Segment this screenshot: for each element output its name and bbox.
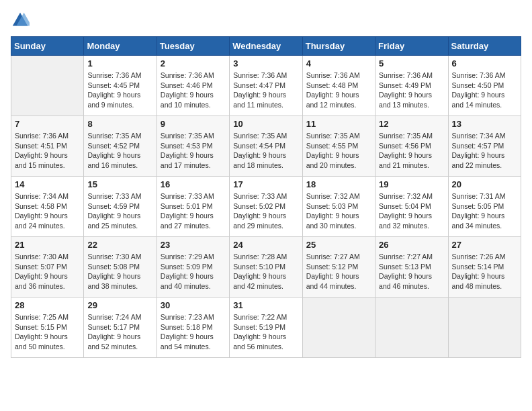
day-number: 8 (87, 119, 152, 129)
calendar-day-cell: 2Sunrise: 7:36 AMSunset: 4:46 PMDaylight… (157, 56, 229, 116)
day-detail: Sunrise: 7:26 AMSunset: 5:14 PMDaylight:… (452, 252, 517, 291)
day-detail: Sunrise: 7:33 AMSunset: 4:59 PMDaylight:… (87, 191, 152, 231)
day-number: 30 (161, 300, 226, 310)
calendar-day-cell: 29Sunrise: 7:24 AMSunset: 5:17 PMDayligh… (84, 298, 157, 358)
calendar-day-cell: 8Sunrise: 7:35 AMSunset: 4:52 PMDaylight… (84, 116, 157, 177)
logo-icon (11, 11, 30, 30)
day-number: 31 (233, 300, 298, 310)
calendar-day-cell: 6Sunrise: 7:36 AMSunset: 4:50 PMDaylight… (448, 56, 521, 116)
day-detail: Sunrise: 7:34 AMSunset: 4:57 PMDaylight:… (452, 131, 517, 171)
day-detail: Sunrise: 7:32 AMSunset: 5:04 PMDaylight:… (379, 191, 444, 231)
day-detail: Sunrise: 7:36 AMSunset: 4:50 PMDaylight:… (452, 71, 517, 110)
calendar-table: SundayMondayTuesdayWednesdayThursdayFrid… (11, 36, 521, 358)
day-detail: Sunrise: 7:36 AMSunset: 4:48 PMDaylight:… (306, 71, 371, 110)
weekday-header-cell: Tuesday (157, 37, 229, 56)
day-detail: Sunrise: 7:25 AMSunset: 5:15 PMDaylight:… (15, 312, 80, 352)
calendar-week-row: 21Sunrise: 7:30 AMSunset: 5:07 PMDayligh… (11, 237, 521, 298)
day-number: 24 (233, 240, 298, 250)
day-number: 1 (87, 58, 152, 68)
calendar-day-cell: 28Sunrise: 7:25 AMSunset: 5:15 PMDayligh… (11, 298, 84, 358)
day-number: 20 (452, 179, 517, 189)
day-detail: Sunrise: 7:30 AMSunset: 5:07 PMDaylight:… (15, 252, 80, 291)
calendar-week-row: 14Sunrise: 7:34 AMSunset: 4:58 PMDayligh… (11, 177, 521, 237)
day-number: 10 (233, 119, 298, 129)
calendar-day-cell: 3Sunrise: 7:36 AMSunset: 4:47 PMDaylight… (230, 56, 302, 116)
calendar-day-cell (302, 298, 375, 358)
day-number: 7 (15, 119, 80, 129)
calendar-day-cell: 7Sunrise: 7:36 AMSunset: 4:51 PMDaylight… (11, 116, 84, 177)
day-number: 29 (87, 300, 152, 310)
day-detail: Sunrise: 7:29 AMSunset: 5:09 PMDaylight:… (161, 252, 226, 291)
day-number: 6 (452, 58, 517, 68)
day-number: 15 (87, 179, 152, 189)
day-detail: Sunrise: 7:27 AMSunset: 5:12 PMDaylight:… (306, 252, 371, 291)
calendar-day-cell: 19Sunrise: 7:32 AMSunset: 5:04 PMDayligh… (375, 177, 448, 237)
day-number: 28 (15, 300, 80, 310)
day-detail: Sunrise: 7:35 AMSunset: 4:52 PMDaylight:… (87, 131, 152, 171)
calendar-body: 1Sunrise: 7:36 AMSunset: 4:45 PMDaylight… (11, 56, 521, 358)
day-number: 17 (233, 179, 298, 189)
day-number: 16 (161, 179, 226, 189)
day-number: 12 (379, 119, 444, 129)
weekday-header-cell: Sunday (11, 37, 84, 56)
day-detail: Sunrise: 7:33 AMSunset: 5:01 PMDaylight:… (161, 191, 226, 231)
day-detail: Sunrise: 7:36 AMSunset: 4:49 PMDaylight:… (379, 71, 444, 110)
day-detail: Sunrise: 7:32 AMSunset: 5:03 PMDaylight:… (306, 191, 371, 231)
calendar-day-cell: 27Sunrise: 7:26 AMSunset: 5:14 PMDayligh… (448, 237, 521, 298)
day-number: 27 (452, 240, 517, 250)
day-number: 19 (379, 179, 444, 189)
calendar-day-cell: 4Sunrise: 7:36 AMSunset: 4:48 PMDaylight… (302, 56, 375, 116)
calendar-day-cell: 12Sunrise: 7:35 AMSunset: 4:56 PMDayligh… (375, 116, 448, 177)
calendar-day-cell: 14Sunrise: 7:34 AMSunset: 4:58 PMDayligh… (11, 177, 84, 237)
day-number: 4 (306, 58, 371, 68)
day-detail: Sunrise: 7:30 AMSunset: 5:08 PMDaylight:… (87, 252, 152, 291)
day-detail: Sunrise: 7:35 AMSunset: 4:53 PMDaylight:… (161, 131, 226, 171)
calendar-day-cell: 23Sunrise: 7:29 AMSunset: 5:09 PMDayligh… (157, 237, 229, 298)
day-detail: Sunrise: 7:34 AMSunset: 4:58 PMDaylight:… (15, 191, 80, 231)
day-number: 14 (15, 179, 80, 189)
calendar-day-cell: 9Sunrise: 7:35 AMSunset: 4:53 PMDaylight… (157, 116, 229, 177)
day-number: 2 (161, 58, 226, 68)
day-detail: Sunrise: 7:36 AMSunset: 4:45 PMDaylight:… (87, 71, 152, 110)
calendar-day-cell: 25Sunrise: 7:27 AMSunset: 5:12 PMDayligh… (302, 237, 375, 298)
day-detail: Sunrise: 7:23 AMSunset: 5:18 PMDaylight:… (161, 312, 226, 352)
calendar-day-cell: 15Sunrise: 7:33 AMSunset: 4:59 PMDayligh… (84, 177, 157, 237)
weekday-header-cell: Monday (84, 37, 157, 56)
calendar-day-cell: 13Sunrise: 7:34 AMSunset: 4:57 PMDayligh… (448, 116, 521, 177)
day-number: 26 (379, 240, 444, 250)
calendar-day-cell (375, 298, 448, 358)
day-number: 11 (306, 119, 371, 129)
calendar-day-cell: 24Sunrise: 7:28 AMSunset: 5:10 PMDayligh… (230, 237, 302, 298)
calendar-day-cell: 17Sunrise: 7:33 AMSunset: 5:02 PMDayligh… (230, 177, 302, 237)
calendar-week-row: 28Sunrise: 7:25 AMSunset: 5:15 PMDayligh… (11, 298, 521, 358)
day-detail: Sunrise: 7:28 AMSunset: 5:10 PMDaylight:… (233, 252, 298, 291)
weekday-header-cell: Thursday (302, 37, 375, 56)
day-detail: Sunrise: 7:33 AMSunset: 5:02 PMDaylight:… (233, 191, 298, 231)
calendar-day-cell: 20Sunrise: 7:31 AMSunset: 5:05 PMDayligh… (448, 177, 521, 237)
logo (11, 11, 32, 30)
day-detail: Sunrise: 7:36 AMSunset: 4:47 PMDaylight:… (233, 71, 298, 110)
weekday-header-cell: Friday (375, 37, 448, 56)
day-number: 25 (306, 240, 371, 250)
calendar-day-cell: 11Sunrise: 7:35 AMSunset: 4:55 PMDayligh… (302, 116, 375, 177)
day-detail: Sunrise: 7:36 AMSunset: 4:46 PMDaylight:… (161, 71, 226, 110)
calendar-day-cell: 16Sunrise: 7:33 AMSunset: 5:01 PMDayligh… (157, 177, 229, 237)
calendar-day-cell (448, 298, 521, 358)
day-number: 3 (233, 58, 298, 68)
calendar-day-cell: 18Sunrise: 7:32 AMSunset: 5:03 PMDayligh… (302, 177, 375, 237)
calendar-day-cell: 31Sunrise: 7:22 AMSunset: 5:19 PMDayligh… (230, 298, 302, 358)
calendar-day-cell: 10Sunrise: 7:35 AMSunset: 4:54 PMDayligh… (230, 116, 302, 177)
day-number: 9 (161, 119, 226, 129)
day-number: 13 (452, 119, 517, 129)
calendar-day-cell: 22Sunrise: 7:30 AMSunset: 5:08 PMDayligh… (84, 237, 157, 298)
day-detail: Sunrise: 7:27 AMSunset: 5:13 PMDaylight:… (379, 252, 444, 291)
weekday-header-row: SundayMondayTuesdayWednesdayThursdayFrid… (11, 37, 521, 56)
day-number: 23 (161, 240, 226, 250)
day-number: 21 (15, 240, 80, 250)
day-detail: Sunrise: 7:35 AMSunset: 4:56 PMDaylight:… (379, 131, 444, 171)
weekday-header-cell: Saturday (448, 37, 521, 56)
calendar-day-cell: 1Sunrise: 7:36 AMSunset: 4:45 PMDaylight… (84, 56, 157, 116)
day-number: 18 (306, 179, 371, 189)
weekday-header-cell: Wednesday (230, 37, 302, 56)
day-detail: Sunrise: 7:35 AMSunset: 4:55 PMDaylight:… (306, 131, 371, 171)
